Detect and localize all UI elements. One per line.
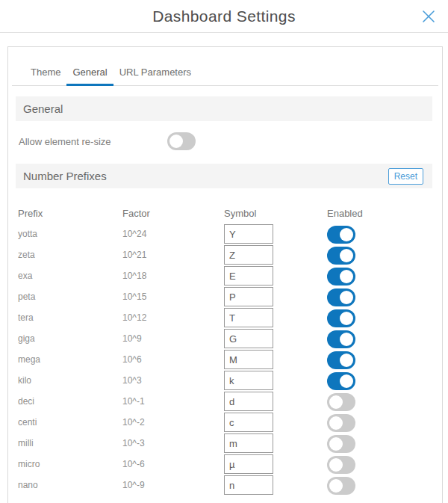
toggle-knob (329, 395, 343, 409)
prefix-toggle[interactable] (327, 247, 355, 265)
prefix-table: Prefix Factor Symbol Enabled yotta 10^24… (8, 203, 442, 496)
prefix-toggle[interactable] (327, 351, 355, 369)
symbol-input[interactable] (224, 308, 273, 327)
dialog-title: Dashboard Settings (152, 7, 296, 25)
prefix-factor: 10^-9 (122, 480, 224, 490)
prefix-row: deci 10^-1 (8, 391, 442, 412)
toggle-knob (340, 354, 353, 367)
prefix-row: tera 10^12 (8, 307, 442, 328)
prefix-name: deci (18, 396, 122, 407)
toggle-knob (169, 135, 183, 148)
prefix-name: giga (18, 333, 122, 344)
symbol-input[interactable] (224, 329, 273, 348)
settings-panel: Theme General URL Parameters General All… (7, 46, 443, 503)
prefix-name: centi (18, 417, 122, 428)
prefix-toggle[interactable] (327, 226, 355, 244)
prefix-row: exa 10^18 (8, 265, 442, 286)
symbol-input[interactable] (224, 371, 273, 390)
prefix-toggle[interactable] (327, 393, 355, 411)
prefix-toggle[interactable] (327, 435, 355, 453)
symbol-input[interactable] (224, 224, 273, 244)
toggle-knob (340, 374, 353, 388)
prefix-factor: 10^6 (122, 354, 224, 365)
prefix-row: mega 10^6 (8, 349, 442, 370)
prefix-toggle[interactable] (327, 372, 355, 390)
prefix-toggle[interactable] (327, 288, 355, 306)
prefix-name: micro (18, 459, 122, 469)
prefix-toggle[interactable] (327, 330, 355, 348)
symbol-input[interactable] (224, 475, 273, 495)
tab-bar: Theme General URL Parameters (12, 47, 438, 86)
allow-resize-row: Allow element re-size (8, 121, 442, 161)
section-header-number-prefixes: Number Prefixes Reset (16, 164, 432, 188)
prefix-factor: 10^18 (122, 271, 224, 281)
prefix-factor: 10^15 (122, 291, 224, 302)
symbol-input[interactable] (224, 433, 273, 453)
allow-resize-label: Allow element re-size (19, 136, 167, 147)
prefix-name: nano (18, 480, 122, 490)
symbol-input[interactable] (224, 350, 273, 369)
prefix-name: milli (18, 438, 122, 448)
symbol-input[interactable] (224, 287, 273, 306)
symbol-input[interactable] (224, 454, 273, 474)
prefix-toggle[interactable] (327, 414, 355, 432)
allow-resize-toggle[interactable] (167, 132, 196, 150)
symbol-input[interactable] (224, 392, 273, 411)
prefix-factor: 10^3 (122, 375, 224, 386)
close-icon[interactable] (419, 7, 438, 26)
dialog-header: Dashboard Settings (0, 0, 448, 33)
symbol-input[interactable] (224, 266, 273, 286)
close-x-glyph (420, 8, 437, 25)
tab-theme[interactable]: Theme (25, 67, 66, 86)
prefix-row: zeta 10^21 (8, 244, 442, 265)
prefix-factor: 10^12 (122, 312, 224, 323)
prefix-factor: 10^-2 (122, 417, 224, 428)
symbol-input[interactable] (224, 245, 273, 265)
prefix-row: peta 10^15 (8, 286, 442, 307)
column-header-prefix: Prefix (18, 208, 122, 219)
column-header-factor: Factor (122, 208, 224, 219)
prefix-row: centi 10^-2 (8, 412, 442, 433)
toggle-knob (340, 249, 353, 262)
prefix-row: giga 10^9 (8, 328, 442, 349)
toggle-knob (340, 291, 353, 304)
general-section-title: General (23, 102, 63, 115)
prefix-name: mega (18, 354, 122, 365)
prefix-toggle[interactable] (327, 456, 355, 474)
tab-general[interactable]: General (66, 67, 113, 86)
prefix-factor: 10^-6 (122, 459, 224, 469)
prefix-row: nano 10^-9 (8, 475, 442, 496)
reset-button[interactable]: Reset (388, 168, 423, 185)
prefix-name: zeta (18, 250, 122, 260)
prefix-rows: yotta 10^24 zeta 10^21 exa 10^18 pe (8, 223, 442, 496)
prefix-name: yotta (18, 229, 122, 239)
toggle-knob (340, 270, 353, 283)
tab-url-parameters[interactable]: URL Parameters (113, 67, 197, 86)
toggle-knob (340, 333, 353, 346)
toggle-knob (329, 416, 343, 430)
prefix-toggle[interactable] (327, 268, 355, 286)
section-header-general: General (16, 96, 432, 121)
prefix-factor: 10^21 (122, 250, 224, 260)
prefix-row: micro 10^-6 (8, 454, 442, 475)
prefix-name: tera (18, 312, 122, 323)
toggle-knob (329, 458, 343, 472)
column-header-enabled: Enabled (327, 208, 442, 219)
toggle-knob (329, 479, 343, 493)
column-header-symbol: Symbol (224, 208, 327, 219)
prefix-row: milli 10^-3 (8, 433, 442, 454)
number-prefixes-title: Number Prefixes (23, 170, 107, 182)
prefix-row: kilo 10^3 (8, 370, 442, 391)
toggle-knob (329, 437, 343, 451)
prefix-table-header: Prefix Factor Symbol Enabled (8, 203, 442, 223)
prefix-toggle[interactable] (327, 477, 355, 495)
toggle-knob (340, 228, 353, 241)
toggle-knob (340, 312, 353, 325)
prefix-row: yotta 10^24 (8, 223, 442, 244)
prefix-name: peta (18, 291, 122, 302)
prefix-toggle[interactable] (327, 309, 355, 327)
prefix-name: exa (18, 271, 122, 281)
symbol-input[interactable] (224, 413, 273, 432)
prefix-name: kilo (18, 375, 122, 386)
prefix-factor: 10^-1 (122, 396, 224, 407)
